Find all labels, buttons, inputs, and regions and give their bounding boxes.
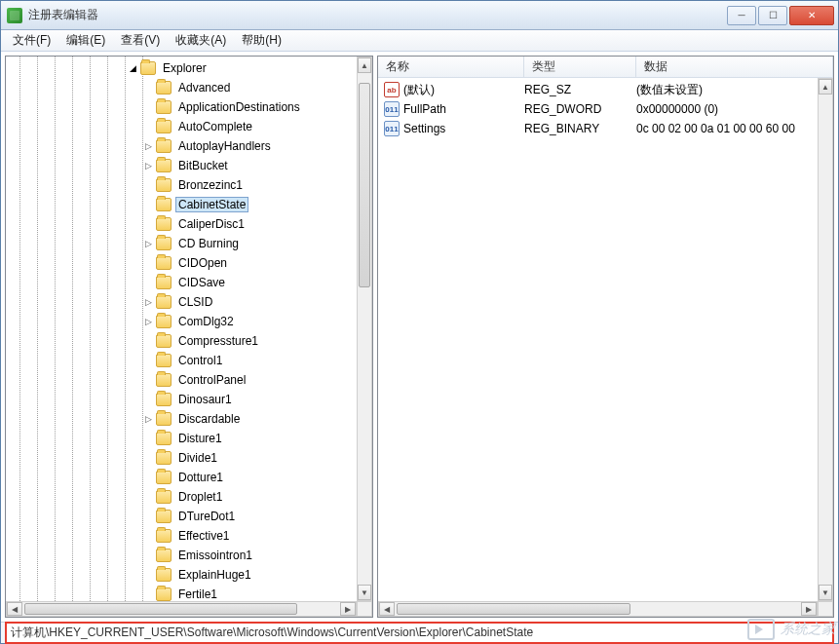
tree-node[interactable]: Bronzezinc1 [6, 175, 357, 195]
expand-icon[interactable]: ▷ [142, 413, 154, 425]
tree-node-label: Droplet1 [175, 489, 225, 505]
tree-node[interactable]: ApplicationDestinations [6, 97, 357, 117]
folder-icon [156, 198, 172, 211]
tree-node[interactable]: AutoComplete [6, 117, 357, 136]
minimize-button[interactable]: ─ [727, 6, 756, 25]
tree-node-explorer[interactable]: ◢ Explorer [6, 58, 357, 78]
tree-node[interactable]: CaliperDisc1 [6, 214, 357, 234]
tree-horizontal-scrollbar[interactable]: ◀ ▶ [6, 601, 357, 617]
values-vertical-scrollbar[interactable]: ▲ ▼ [818, 78, 833, 601]
values-pane: 名称 类型 数据 ab(默认)REG_SZ(数值未设置)011FullPathR… [377, 56, 834, 618]
tree-node[interactable]: ▷ComDlg32 [6, 312, 357, 331]
expand-icon[interactable]: ▷ [142, 140, 154, 152]
column-header-data[interactable]: 数据 [636, 57, 833, 77]
tree-node[interactable]: CIDSave [6, 273, 357, 292]
folder-icon [156, 100, 172, 114]
tree-node[interactable]: ▷CD Burning [6, 234, 357, 253]
values-list[interactable]: ab(默认)REG_SZ(数值未设置)011FullPathREG_DWORD0… [378, 78, 833, 138]
folder-icon [156, 334, 172, 348]
tree-node[interactable]: Emissointron1 [6, 546, 357, 565]
values-horizontal-scrollbar[interactable]: ◀ ▶ [378, 601, 818, 617]
menu-edit[interactable]: 编辑(E) [58, 30, 113, 51]
folder-icon [156, 510, 172, 523]
tree-node[interactable]: ▷CLSID [6, 292, 357, 312]
value-row[interactable]: 011SettingsREG_BINARY0c 00 02 00 0a 01 0… [378, 119, 833, 138]
scroll-right-button[interactable]: ▶ [340, 602, 356, 616]
scroll-up-button[interactable]: ▲ [819, 79, 832, 95]
folder-icon [156, 276, 172, 289]
value-name: Settings [403, 122, 524, 135]
column-header-name[interactable]: 名称 [378, 57, 524, 77]
tree-node[interactable]: Dotture1 [6, 468, 357, 487]
scroll-down-button[interactable]: ▼ [358, 585, 371, 600]
folder-icon [156, 81, 172, 95]
menu-help[interactable]: 帮助(H) [234, 30, 289, 51]
tree-node[interactable]: DTureDot1 [6, 507, 357, 526]
scroll-thumb[interactable] [397, 603, 630, 615]
tree-node[interactable]: ControlPanel [6, 370, 357, 390]
scroll-down-button[interactable]: ▼ [819, 585, 832, 600]
expand-icon[interactable]: ▷ [142, 316, 154, 327]
scroll-thumb[interactable] [24, 603, 297, 615]
tree-node[interactable]: CIDOpen [6, 253, 357, 273]
tree-node[interactable]: Compressture1 [6, 331, 357, 351]
tree-vertical-scrollbar[interactable]: ▲ ▼ [357, 57, 372, 601]
tree-node[interactable]: Dinosaur1 [6, 390, 357, 409]
tree-node[interactable]: Divide1 [6, 448, 357, 468]
tree-node-label: Advanced [175, 80, 233, 95]
scroll-track[interactable] [395, 602, 801, 616]
tree-node[interactable]: Droplet1 [6, 487, 357, 507]
tree-node[interactable]: ▷Discardable [6, 409, 357, 429]
scroll-up-button[interactable]: ▲ [358, 57, 371, 73]
tree-node[interactable]: CabinetState [6, 195, 357, 214]
value-type: REG_SZ [524, 83, 636, 96]
scroll-corner [818, 601, 833, 617]
tree-node[interactable]: ▷AutoplayHandlers [6, 136, 357, 156]
expand-icon[interactable]: ▷ [142, 160, 154, 171]
value-row[interactable]: ab(默认)REG_SZ(数值未设置) [378, 80, 833, 99]
menu-view[interactable]: 查看(V) [113, 30, 168, 51]
folder-icon [156, 354, 172, 367]
scroll-track[interactable] [358, 73, 371, 585]
scroll-track[interactable] [22, 602, 340, 616]
tree-node-label: Divide1 [175, 450, 220, 466]
folder-icon [156, 295, 172, 309]
scroll-track[interactable] [819, 95, 832, 585]
folder-icon [156, 178, 172, 192]
value-name: (默认) [403, 82, 524, 98]
binary-value-icon: 011 [384, 101, 400, 117]
tree-node[interactable]: Effective1 [6, 526, 357, 546]
value-name: FullPath [403, 102, 524, 116]
tree-node-label: ControlPanel [175, 372, 248, 388]
tree-node-label: Control1 [175, 353, 225, 368]
tree-node-label: CD Burning [175, 236, 242, 251]
collapse-icon[interactable]: ◢ [127, 62, 138, 74]
close-button[interactable]: ✕ [789, 6, 834, 25]
menu-favorites[interactable]: 收藏夹(A) [168, 30, 234, 51]
folder-icon [156, 120, 172, 133]
value-type: REG_DWORD [524, 102, 636, 116]
tree-node[interactable]: Fertile1 [6, 585, 357, 601]
tree-node[interactable]: ▷BitBucket [6, 156, 357, 175]
folder-icon [156, 568, 172, 582]
scroll-right-button[interactable]: ▶ [801, 602, 817, 616]
menu-file[interactable]: 文件(F) [5, 30, 58, 51]
column-header-type[interactable]: 类型 [524, 57, 636, 77]
titlebar[interactable]: 注册表编辑器 ─ ☐ ✕ [1, 1, 838, 30]
scroll-left-button[interactable]: ◀ [379, 602, 395, 616]
folder-icon [156, 315, 172, 328]
value-row[interactable]: 011FullPathREG_DWORD0x00000000 (0) [378, 99, 833, 119]
tree-node[interactable]: Advanced [6, 78, 357, 97]
maximize-button[interactable]: ☐ [758, 6, 787, 25]
expand-icon[interactable]: ▷ [142, 238, 154, 249]
tree-node[interactable]: Control1 [6, 351, 357, 370]
registry-tree[interactable]: ◢ Explorer AdvancedApplicationDestinatio… [6, 57, 357, 601]
tree-node[interactable]: Disture1 [6, 429, 357, 448]
scroll-corner [357, 601, 372, 617]
tree-node[interactable]: ExplainHuge1 [6, 565, 357, 585]
registry-editor-window: 注册表编辑器 ─ ☐ ✕ 文件(F) 编辑(E) 查看(V) 收藏夹(A) 帮助… [0, 0, 839, 644]
scroll-thumb[interactable] [359, 83, 370, 287]
expand-icon[interactable]: ▷ [142, 296, 154, 308]
scroll-left-button[interactable]: ◀ [7, 602, 22, 616]
string-value-icon: ab [384, 82, 400, 97]
